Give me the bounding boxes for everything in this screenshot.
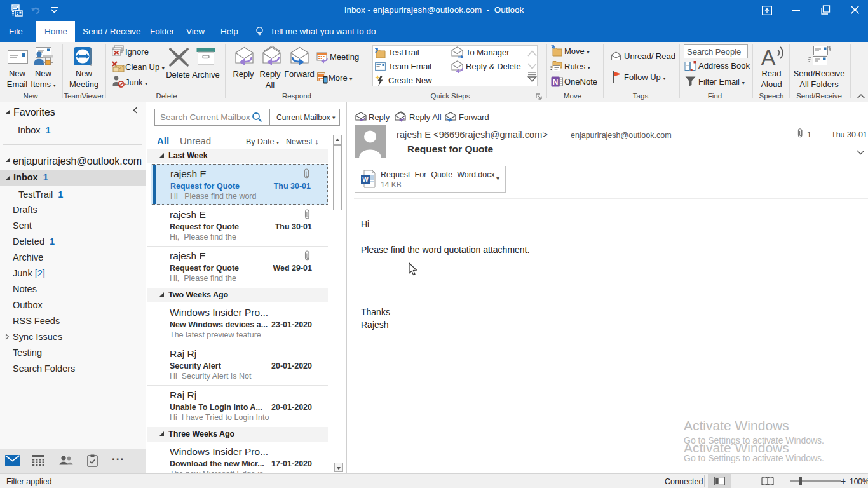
svg-text:N: N xyxy=(553,78,559,86)
svg-text:W: W xyxy=(362,176,369,183)
svg-text:A: A xyxy=(761,45,776,67)
